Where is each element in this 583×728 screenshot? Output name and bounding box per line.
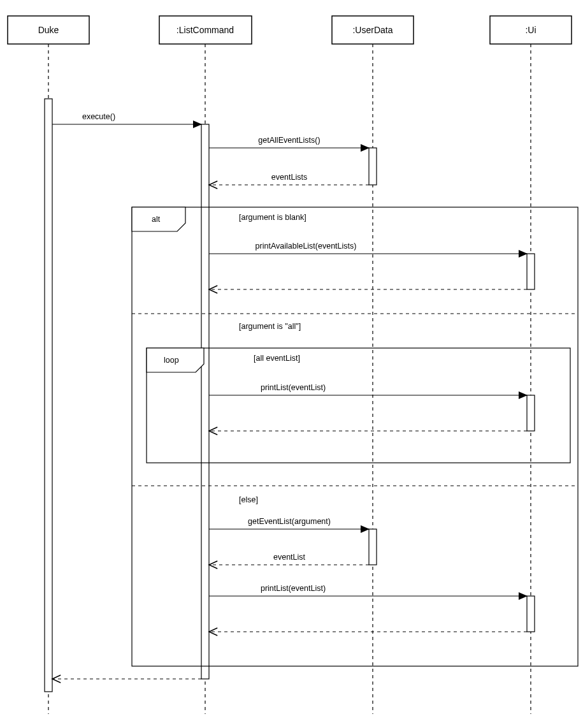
lifeline-userdata: :UserData	[332, 16, 414, 44]
activation-ui-1	[527, 254, 535, 289]
lifeline-duke: Duke	[8, 16, 89, 44]
message-label: getEventList(argument)	[248, 517, 331, 526]
sequence-diagram: Duke :ListCommand :UserData :Ui execute(…	[0, 0, 583, 728]
fragment-alt	[132, 207, 578, 666]
guard-label: [argument is "all"]	[239, 322, 301, 331]
activation-userdata-2	[369, 529, 377, 565]
activation-ui-2	[527, 395, 535, 431]
fragment-label: loop	[164, 356, 179, 365]
guard-label: [else]	[239, 495, 258, 504]
message-label: eventList	[273, 553, 306, 562]
lifeline-label: :ListCommand	[176, 25, 234, 35]
lifeline-label: :Ui	[525, 25, 536, 35]
message-label: execute()	[82, 112, 115, 121]
lifeline-listcommand: :ListCommand	[159, 16, 252, 44]
message-label: printList(eventList)	[261, 584, 326, 593]
lifeline-label: Duke	[38, 25, 59, 35]
fragment-loop	[147, 348, 570, 463]
guard-label: [all eventList]	[254, 354, 300, 363]
lifeline-ui: :Ui	[490, 16, 572, 44]
activation-ui-3	[527, 596, 535, 632]
message-label: getAllEventLists()	[258, 136, 320, 145]
activation-duke	[45, 99, 52, 692]
message-label: printAvailableList(eventLists)	[256, 242, 357, 251]
guard-label: [argument is blank]	[239, 213, 306, 222]
activation-userdata-1	[369, 148, 377, 185]
message-label: printList(eventList)	[261, 383, 326, 392]
message-label: eventLists	[271, 173, 307, 182]
lifeline-label: :UserData	[352, 25, 392, 35]
fragment-label: alt	[152, 215, 161, 224]
